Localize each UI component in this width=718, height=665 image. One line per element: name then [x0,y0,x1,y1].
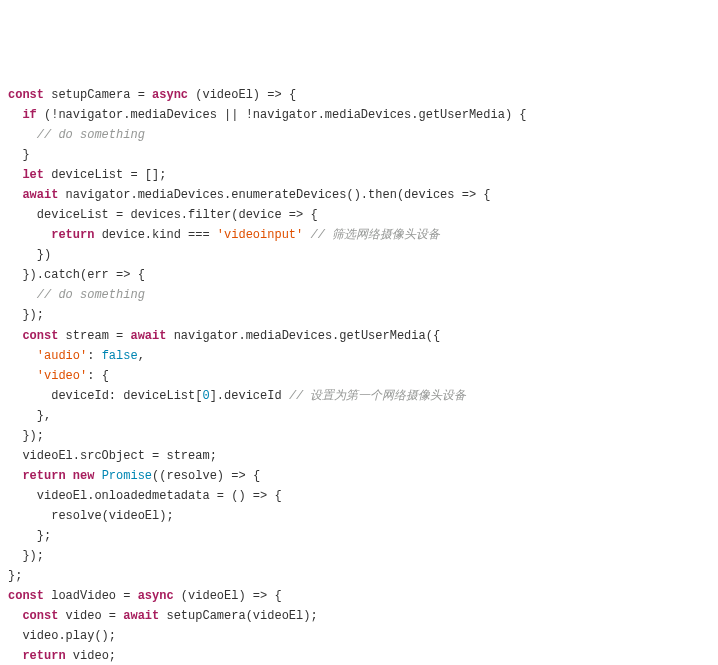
code-line: }; [8,566,710,586]
code-line: videoEl.srcObject = stream; [8,446,710,466]
code-line: const setupCamera = async (videoEl) => { [8,85,710,105]
code-line: 'audio': false, [8,346,710,366]
code-line: video.play(); [8,626,710,646]
code-line: // do something [8,285,710,305]
code-line: return video; [8,646,710,665]
code-line: resolve(videoEl); [8,506,710,526]
code-line: return new Promise((resolve) => { [8,466,710,486]
code-line: deviceId: deviceList[0].deviceId // 设置为第… [8,386,710,406]
code-line: }; [8,526,710,546]
code-line: if (!navigator.mediaDevices || !navigato… [8,105,710,125]
code-line: }) [8,245,710,265]
code-line: } [8,145,710,165]
code-line: // do something [8,125,710,145]
code-line: const stream = await navigator.mediaDevi… [8,326,710,346]
code-line: let deviceList = []; [8,165,710,185]
code-line: }).catch(err => { [8,265,710,285]
code-line: const loadVideo = async (videoEl) => { [8,586,710,606]
code-line: }); [8,305,710,325]
code-line: await navigator.mediaDevices.enumerateDe… [8,185,710,205]
code-line: 'video': { [8,366,710,386]
code-line: const video = await setupCamera(videoEl)… [8,606,710,626]
code-block: const setupCamera = async (videoEl) => {… [8,85,710,665]
code-line: videoEl.onloadedmetadata = () => { [8,486,710,506]
code-line: }); [8,546,710,566]
code-line: }); [8,426,710,446]
code-line: return device.kind === 'videoinput' // 筛… [8,225,710,245]
code-line: }, [8,406,710,426]
code-line: deviceList = devices.filter(device => { [8,205,710,225]
